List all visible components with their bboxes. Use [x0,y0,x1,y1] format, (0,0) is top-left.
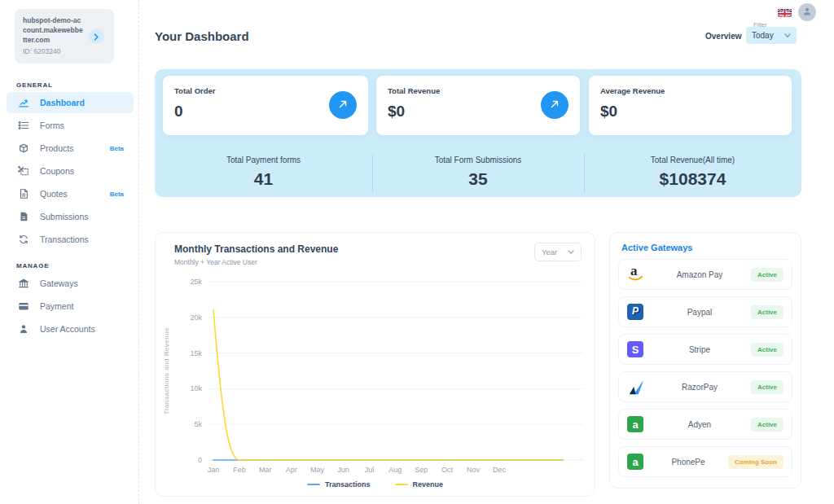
svg-text:Transactions and Revenue: Transactions and Revenue [163,327,170,414]
sidebar-item-transactions[interactable]: Transactions [7,229,134,250]
revenue-line-swatch [395,484,408,486]
account-expand-button[interactable] [89,28,104,44]
stat-value: 35 [372,169,584,189]
stat-value: $108374 [584,169,801,189]
sidebar-item-label: Coupons [40,166,74,176]
user-avatar[interactable] [798,3,816,21]
coupons-icon [18,165,29,177]
language-flag-uk-icon[interactable] [778,7,792,17]
sidebar-item-label: Submissions [40,212,89,221]
account-id: ID: 6203240 [23,47,106,55]
svg-text:Jan: Jan [208,466,220,474]
total-order-detail-button[interactable] [329,91,357,119]
gateway-status-badge: Active [751,305,784,319]
dashboard-page: hubspot-demo-account.makewebbetter.com I… [0,0,834,504]
total-payment-forms-stat: Total Payment forms 41 [155,156,372,193]
gateway-row-stripe[interactable]: S Stripe Active [618,334,792,365]
period-filter-dropdown[interactable]: Today [746,27,797,44]
quotes-icon [18,188,29,199]
account-box: hubspot-demo-account.makewebbetter.com I… [15,9,114,64]
total-order-card: Total Order 0 [163,76,368,135]
adyen-logo-icon: a [627,416,648,432]
chart-period-dropdown[interactable]: Year [534,243,582,261]
chart-title: Monthly Transactions and Revenue [174,243,338,255]
gateway-status-badge: Active [751,343,784,357]
chevron-right-icon [94,29,99,44]
payment-icon [18,300,29,312]
gateway-name: Amazon Pay [648,270,751,279]
sidebar-item-submissions[interactable]: Submissions [7,206,134,227]
svg-text:Aug: Aug [388,466,402,474]
sidebar-item-user-accounts[interactable]: User Accounts [7,318,134,340]
sidebar-item-dashboard[interactable]: Dashboard [7,92,134,113]
gateway-row-paypal[interactable]: PP Paypal Active [618,296,792,327]
gateway-row-adyen[interactable]: a Adyen Active [618,409,792,440]
gateway-status-badge: Active [751,268,784,282]
stat-label: Total Form Submissions [372,156,584,164]
person-icon [802,5,812,20]
chart-period-value: Year [542,248,557,256]
user-accounts-icon [18,323,29,335]
gateway-row-phonepe[interactable]: a PhonePe Coming Soon [618,446,792,477]
svg-text:May: May [310,466,325,474]
summary-band: Total Order 0 Total Revenue $0 Average R… [155,69,801,197]
active-gateways-panel: Active Gateways a Amazon Pay Active PP P… [609,232,801,489]
sidebar-item-gateways[interactable]: Gateways [7,273,134,294]
svg-text:Jun: Jun [337,466,349,474]
card-label: Total Revenue [388,86,568,95]
legend-item-revenue[interactable]: Revenue [395,480,444,489]
legend-label: Transactions [325,480,371,489]
account-domain: hubspot-demo-account.makewebbetter.com [23,16,85,46]
products-icon [18,142,29,154]
sidebar-item-label: Payment [40,301,73,311]
average-revenue-card: Average Revenue $0 [589,76,792,135]
stat-value: 41 [155,169,372,189]
gateway-status-badge: Coming Soon [728,455,784,469]
chart-subtitle: Monthly + Year Active User [174,258,257,266]
gateway-row-razorpay[interactable]: RazorPay Active [618,371,792,402]
sidebar-item-label: Forms [40,121,64,130]
chevron-down-icon [568,250,574,255]
razorpay-logo-icon [627,378,648,396]
monthly-transactions-chart-card: Monthly Transactions and Revenue Monthly… [155,232,595,497]
total-form-submissions-stat: Total Form Submissions 35 [372,156,584,193]
paypal-logo-icon: PP [627,304,648,320]
sidebar-item-forms[interactable]: Forms [7,115,134,136]
svg-text:Apr: Apr [286,466,297,474]
svg-text:20k: 20k [190,313,202,322]
sidebar-item-products[interactable]: Products Beta [7,138,134,159]
chevron-down-icon [784,33,791,38]
sidebar-divider [138,0,139,504]
amazon-pay-logo-icon: a [627,265,648,283]
gateways-icon [18,278,29,289]
stat-label: Total Payment forms [155,156,372,164]
sidebar-item-payment[interactable]: Payment [7,296,134,317]
arrow-up-right-icon [550,99,560,112]
stat-label: Total Revenue(All time) [584,156,801,164]
card-label: Average Revenue [600,86,780,95]
svg-text:15k: 15k [190,349,202,357]
card-label: Total Order [174,86,357,95]
sidebar-item-quotes[interactable]: Quotes Beta [7,183,134,204]
svg-text:5k: 5k [194,420,202,428]
legend-item-transactions[interactable]: Transactions [307,480,371,489]
chart-svg: 05k10k15k20k25kJanFebMarAprMayJunJulAugS… [156,274,596,477]
gateway-row-amazon-pay[interactable]: a Amazon Pay Active [618,259,792,290]
sidebar-item-coupons[interactable]: Coupons [7,160,134,182]
total-revenue-card: Total Revenue $0 [376,76,580,135]
transactions-line-swatch [307,484,320,486]
gateway-status-badge: Active [751,380,784,394]
total-revenue-detail-button[interactable] [541,91,568,119]
legend-label: Revenue [413,480,444,489]
svg-text:10k: 10k [190,384,202,392]
sidebar-item-label: Products [40,143,73,153]
active-gateways-title: Active Gateways [621,243,792,252]
sidebar-item-label: Gateways [40,278,78,288]
sidebar: hubspot-demo-account.makewebbetter.com I… [0,0,138,504]
svg-text:Nov: Nov [467,466,481,474]
forms-icon [18,120,29,131]
svg-text:Feb: Feb [233,466,246,474]
phonepe-logo-icon: a [627,454,648,470]
total-revenue-all-time-stat: Total Revenue(All time) $108374 [584,156,801,193]
sidebar-item-label: Dashboard [40,98,85,107]
